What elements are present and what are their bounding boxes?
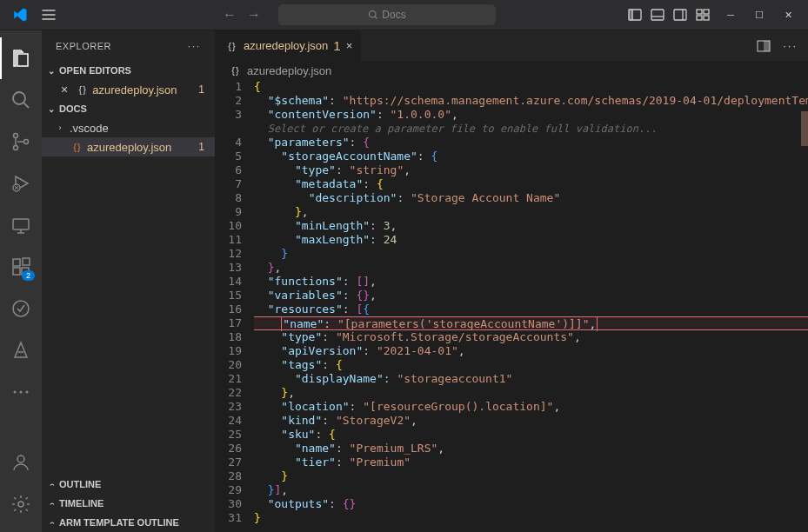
ellipsis-icon [10,382,31,402]
svg-rect-15 [13,259,20,266]
maximize-icon[interactable]: ☐ [755,10,764,21]
svg-point-23 [17,456,24,462]
timeline-label: TIMELINE [59,498,104,509]
sidebar-title: EXPLORER [56,41,111,51]
activity-run[interactable] [0,163,42,204]
activity-account[interactable] [0,442,42,483]
tree-file-azuredeploy[interactable]: azuredeploy.json 1 [42,137,215,156]
svg-rect-3 [651,10,664,20]
chevron-right-icon: › [47,497,57,509]
chevron-right-icon: › [54,123,66,132]
open-editors-label: OPEN EDITORS [59,65,131,76]
svg-rect-6 [704,10,709,14]
files-icon [10,48,31,69]
tab-filename: azuredeploy.json [244,39,328,52]
timeline-header[interactable]: › TIMELINE [42,494,215,513]
remote-icon [10,215,31,236]
svg-point-12 [24,140,29,144]
svg-rect-2 [629,10,632,20]
svg-point-22 [26,391,29,394]
sidebar-more-icon[interactable]: ··· [188,41,201,51]
outline-header[interactable]: › OUTLINE [42,475,215,494]
activity-bar: 2 [0,30,42,532]
testing-icon [10,298,31,319]
search-icon [10,90,31,110]
minimize-icon[interactable]: ─ [727,10,734,21]
svg-rect-26 [764,41,770,51]
activity-explorer[interactable] [0,37,42,79]
layout-left-icon[interactable] [628,8,642,22]
editor-area: azuredeploy.json 1 × ··· azuredeploy.jso… [216,30,808,532]
nav-forward-icon[interactable]: → [247,7,261,23]
activity-extensions[interactable]: 2 [0,246,42,288]
folder-header[interactable]: ⌄ DOCS [42,99,215,118]
layout-bottom-icon[interactable] [651,8,664,22]
account-icon [10,452,31,473]
extensions-badge: 2 [22,270,35,281]
search-icon [368,10,378,20]
line-numbers: 1234567891011121314151617181920212223242… [216,80,254,532]
parameter-hint: Select or create a parameter file to ena… [268,123,658,135]
chevron-down-icon: ⌄ [45,104,57,114]
minimap[interactable] [801,111,808,146]
modified-indicator: 1 [333,39,340,52]
breadcrumb-file: azuredeploy.json [247,64,331,77]
open-editors-header[interactable]: ⌄ OPEN EDITORS [42,61,215,80]
svg-rect-14 [13,219,29,229]
split-editor-icon[interactable] [757,39,771,53]
vscode-folder-label: .vscode [70,122,109,135]
problems-count: 1 [198,83,204,96]
editor-tab[interactable]: azuredeploy.json 1 × [216,30,362,61]
code-content[interactable]: { "$schema": "https://schema.management.… [254,80,808,532]
activity-remote[interactable] [0,204,42,246]
svg-rect-4 [674,10,686,20]
activity-settings[interactable] [0,483,42,525]
close-editor-icon[interactable]: × [57,83,71,96]
open-editor-item[interactable]: × azuredeploy.json 1 [42,80,215,99]
open-editor-filename: azuredeploy.json [92,83,177,96]
chevron-right-icon: › [47,478,57,490]
svg-rect-5 [697,10,702,14]
json-file-icon [75,83,89,96]
vscode-logo-icon [12,7,28,23]
breadcrumb[interactable]: azuredeploy.json [216,61,808,80]
sidebar: EXPLORER ··· ⌄ OPEN EDITORS × azuredeplo… [42,30,216,532]
svg-point-20 [14,391,17,394]
code-editor[interactable]: 1234567891011121314151617181920212223242… [216,80,808,532]
outline-label: OUTLINE [59,479,101,489]
search-box[interactable]: Docs [278,4,496,25]
json-file-icon [228,63,242,77]
arm-outline-header[interactable]: › ARM TEMPLATE OUTLINE [42,513,215,532]
svg-rect-7 [697,16,702,20]
chevron-down-icon: ⌄ [45,66,57,76]
activity-scm[interactable] [0,121,42,163]
layout-customize-icon[interactable] [696,8,710,22]
tabs-bar: azuredeploy.json 1 × ··· [216,30,808,61]
tab-close-icon[interactable]: × [346,39,353,52]
search-placeholder: Docs [382,9,405,21]
tree-folder-vscode[interactable]: › .vscode [42,118,215,137]
svg-point-9 [13,92,25,104]
svg-point-24 [18,502,23,507]
svg-point-10 [14,134,18,138]
source-control-icon [10,131,31,152]
activity-azure[interactable] [0,329,42,371]
json-file-icon [70,140,83,154]
layout-right-icon[interactable] [673,8,687,22]
folder-label: DOCS [59,103,87,114]
activity-testing[interactable] [0,288,42,329]
azure-icon [10,340,31,361]
title-bar: ← → Docs ─ ☐ ✕ [0,0,808,30]
nav-back-icon[interactable]: ← [223,7,237,23]
menu-icon[interactable] [40,6,57,23]
gear-icon [10,494,31,515]
svg-point-0 [370,11,377,18]
activity-more[interactable] [0,371,42,413]
json-file-icon [224,39,238,53]
chevron-right-icon: › [47,516,57,529]
activity-search[interactable] [0,79,42,121]
close-icon[interactable]: ✕ [785,10,792,21]
more-actions-icon[interactable]: ··· [783,39,798,52]
svg-point-21 [20,391,23,394]
svg-rect-16 [13,268,20,275]
